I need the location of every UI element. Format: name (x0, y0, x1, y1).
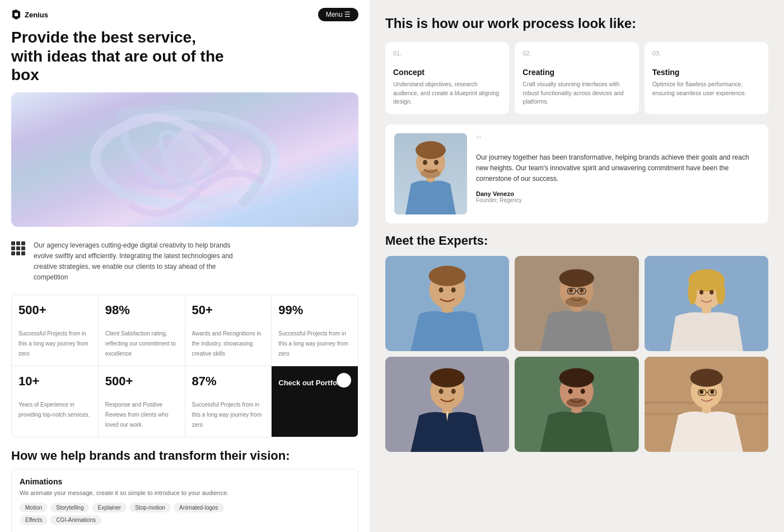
process-desc-2: Craft visually stunning interfaces with … (522, 80, 631, 106)
tag[interactable]: CGI-Animations (50, 515, 101, 525)
right-content: This is how our work process look like: … (370, 0, 784, 468)
hero-image-inner (11, 92, 358, 227)
expert-card-christopher[interactable]: Christopher Taylor Brand designer (515, 357, 638, 452)
process-title-3: Testing (652, 68, 760, 77)
svg-point-28 (580, 288, 584, 292)
testimonial-photo (394, 133, 467, 214)
testimonial-person-svg (394, 133, 467, 214)
svg-point-49 (581, 389, 585, 394)
stat-number-2: 50+ (192, 303, 265, 318)
process-title: This is how our work process look like: (385, 16, 768, 32)
expert-card-inner-dany: Dany Veneza Founder, Designer (385, 256, 509, 351)
svg-rect-35 (702, 306, 711, 314)
process-grid: 01. Concept Understand objectives, resea… (385, 42, 768, 114)
process-num-2: 02. (522, 50, 631, 57)
grid-icon (11, 241, 25, 255)
stat-label-6: Successful Projects from in this a long … (192, 402, 262, 428)
svg-point-9 (416, 141, 446, 159)
tag[interactable]: Stop-motion (129, 503, 171, 512)
stats-grid: 500+ Successful Projects from in this a … (11, 295, 358, 437)
tag[interactable]: Animated-logos (174, 503, 223, 512)
bottom-section: How we help brands and transform their v… (0, 443, 370, 532)
stat-cell-6: 87% Successful Projects from in this a l… (185, 366, 272, 437)
logo-text: Zenius (25, 11, 48, 19)
service-title: Animations (20, 477, 350, 486)
stat-label-1: Client Satisfaction rating, reflecting o… (105, 330, 176, 357)
svg-point-22 (559, 269, 594, 287)
svg-point-48 (568, 389, 573, 394)
expert-photo-james (515, 256, 638, 351)
stat-number-3: 99% (278, 303, 351, 318)
svg-point-12 (434, 160, 438, 165)
stat-number-6: 87% (192, 374, 265, 389)
svg-point-34 (716, 280, 725, 305)
how-section-title: How we help brands and transform their v… (11, 449, 358, 463)
testimonial-card: " Our journey together has been transfor… (385, 124, 768, 223)
tag[interactable]: Explainer (92, 503, 127, 512)
expert-photo-dany (385, 256, 509, 351)
process-card-3: 03. Testing Optimize for flawless perfor… (645, 42, 768, 114)
service-desc: We animate your message, create it so si… (20, 488, 350, 498)
svg-point-60 (699, 390, 703, 394)
expert-card-inner-william: William Moore Developer (385, 357, 509, 452)
stat-label-5: Response and Positive Reviews from clien… (105, 402, 169, 428)
process-card-2: 02. Creating Craft visually stunning int… (515, 42, 638, 114)
stat-label-3: Successful Projects from in this a long … (278, 330, 348, 357)
svg-point-36 (699, 290, 703, 295)
experts-title: Meet the Experts: (385, 234, 768, 248)
stat-cell-1: 98% Client Satisfaction rating, reflecti… (99, 295, 185, 366)
svg-point-18 (439, 287, 444, 292)
arrow-button[interactable]: ↗ (337, 373, 351, 388)
stat-cell-5: 500+ Response and Positive Reviews from … (99, 366, 185, 437)
menu-button[interactable]: Menu ☰ (318, 8, 358, 21)
process-desc-1: Understand objectives, research audience… (393, 80, 501, 106)
services-card: Animations We animate your message, crea… (11, 469, 358, 532)
tag[interactable]: Motion (20, 503, 48, 512)
tag[interactable]: Storytelling (50, 503, 89, 512)
quote-icon: " (476, 133, 759, 149)
svg-point-37 (710, 290, 713, 295)
tags-row-1: Motion Storytelling Explainer Stop-motio… (20, 503, 350, 512)
expert-card-inner-christopher: Christopher Taylor Brand designer (515, 357, 638, 452)
stat-number-1: 98% (105, 303, 178, 318)
hero-image (11, 92, 358, 227)
process-title-1: Concept (393, 68, 501, 77)
process-desc-3: Optimize for flawless performance, ensur… (652, 80, 760, 98)
expert-card-daniel[interactable]: Daniel Thomas Product designer (645, 357, 768, 452)
tag[interactable]: Effects (20, 515, 48, 525)
svg-point-33 (688, 280, 697, 305)
stat-label-4: Years of Experience in providing top-not… (18, 402, 90, 418)
stat-number-5: 500+ (105, 374, 178, 389)
hero-graphic (73, 92, 297, 227)
expert-card-dany[interactable]: Dany Veneza Founder, Designer (385, 256, 509, 351)
expert-card-james[interactable]: James Miller Framer Expert (515, 256, 638, 351)
svg-point-13 (421, 169, 441, 178)
expert-photo-william (385, 357, 509, 452)
svg-point-11 (423, 160, 427, 165)
stat-number-0: 500+ (18, 303, 91, 318)
expert-card-william[interactable]: William Moore Developer (385, 357, 509, 452)
testimonial-content: " Our journey together has been transfor… (476, 133, 759, 214)
expert-photo-daniel (645, 357, 768, 452)
svg-point-27 (569, 288, 573, 292)
stat-label-2: Awards and Recognitions in the industry,… (192, 330, 262, 357)
svg-point-61 (710, 390, 714, 394)
header: Zenius Menu ☰ (0, 0, 370, 29)
testimonial-name: Dany Venezo (476, 190, 759, 197)
process-title-2: Creating (522, 68, 631, 77)
tags-row-2: Effects CGI-Animations (20, 515, 350, 525)
svg-point-42 (439, 389, 444, 394)
expert-card-emily[interactable]: Emily Davis Visual Designer (645, 256, 768, 351)
expert-photo-emily (645, 256, 768, 351)
stat-cell-cta[interactable]: ↗ Check out Portfolio: (272, 366, 358, 437)
testimonial-role: Founder, Regency (476, 197, 759, 203)
stat-number-4: 10+ (18, 374, 91, 389)
stat-cell-2: 50+ Awards and Recognitions in the indus… (185, 295, 272, 366)
stat-cell-0: 500+ Successful Projects from in this a … (12, 295, 98, 366)
testimonial-quote: Our journey together has been transforma… (476, 152, 759, 185)
experts-grid: Dany Veneza Founder, Designer (385, 256, 768, 452)
stat-cell-4: 10+ Years of Experience in providing top… (12, 366, 98, 437)
svg-rect-56 (702, 405, 711, 413)
agency-section: Our agency leverages cutting-edge digita… (0, 235, 370, 289)
svg-point-55 (690, 369, 722, 387)
